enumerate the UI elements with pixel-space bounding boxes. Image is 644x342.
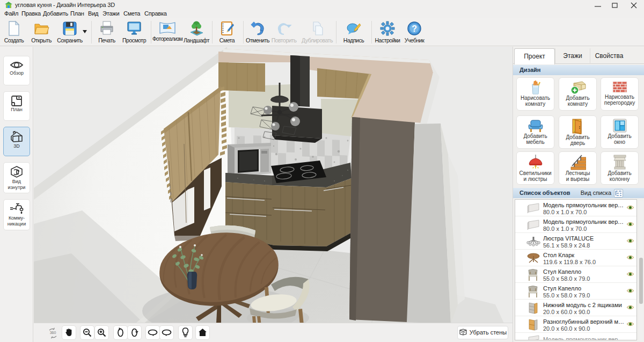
svg-text:360: 360 [50,331,56,334]
svg-text:?: ? [412,24,416,33]
